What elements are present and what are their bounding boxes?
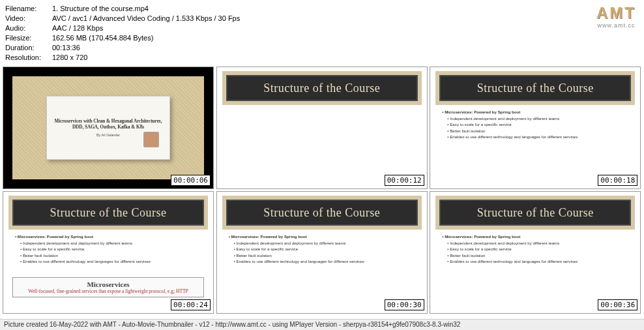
thumbnail-3[interactable]: Structure of the Course Microservices: P… — [430, 67, 641, 189]
bullet-level2: Better fault isolation — [442, 128, 628, 134]
bullet-level2: Easy to scale for a specific service — [442, 246, 628, 252]
slide-header: Structure of the Course — [12, 200, 204, 226]
filename-label: Filename: — [5, 4, 52, 14]
bullet-level2: Better fault isolation — [442, 252, 628, 258]
duration-value: 00:13:36 — [52, 43, 639, 53]
bullet-level2: Independent development and deployment b… — [15, 240, 201, 246]
bullet-level2: Enables to use different technology and … — [442, 258, 628, 264]
timestamp-badge: 00:00:18 — [598, 175, 637, 186]
bullet-level2: Easy to scale for a specific service — [229, 246, 415, 252]
slide-header: Structure of the Course — [226, 75, 418, 101]
bullet-level2: Better fault isolation — [15, 252, 201, 258]
thumbnail-5[interactable]: Structure of the Course Microservices: P… — [216, 191, 428, 314]
bullet-level2: Independent development and deployment b… — [442, 240, 628, 246]
slide-header: Structure of the Course — [439, 200, 631, 226]
slide-body: Microservices: Powered by Spring boot In… — [217, 232, 427, 265]
timestamp-badge: 00:00:30 — [385, 299, 424, 310]
author-avatar — [143, 132, 159, 147]
metadata-panel: Filename:1. Structure of the course.mp4 … — [0, 0, 644, 65]
audio-label: Audio: — [5, 23, 52, 33]
duration-label: Duration: — [5, 43, 52, 53]
slide-header: Structure of the Course — [439, 75, 631, 101]
bullet-level2: Enables to use different technology and … — [229, 258, 415, 264]
plaque-title: Microservices with Clean & Hexagonal Arc… — [52, 119, 164, 131]
timestamp-badge: 00:00:12 — [385, 175, 424, 186]
thumbnail-grid: Microservices with Clean & Hexagonal Arc… — [0, 65, 644, 315]
slide-header: Structure of the Course — [226, 200, 418, 226]
callout-subtitle: Well-focused, fine-grained services that… — [18, 288, 198, 294]
microservices-callout: Microservices Well-focused, fine-grained… — [12, 277, 204, 297]
resolution-label: Resolution: — [5, 53, 52, 63]
bullet-level2: Enables to use different technology and … — [15, 258, 201, 264]
video-value: AVC / avc1 / Advanced Video Coding / 1.5… — [52, 14, 639, 23]
audio-value: AAC / 128 Kbps — [52, 23, 639, 33]
callout-title: Microservices — [18, 280, 198, 288]
bullet-level2: Easy to scale for a specific service — [442, 121, 628, 127]
intro-plaque: Microservices with Clean & Hexagonal Arc… — [46, 96, 170, 160]
bullet-level1: Microservices: Powered by Spring boot — [442, 109, 628, 115]
filename-value: 1. Structure of the course.mp4 — [52, 4, 639, 14]
video-label: Video: — [5, 14, 52, 23]
bullet-level2: Enables to use different technology and … — [442, 134, 628, 140]
plaque-author: By Ali Gelenler — [96, 133, 120, 137]
bullet-level1: Microservices: Powered by Spring boot — [15, 233, 201, 240]
bullet-level2: Independent development and deployment b… — [442, 115, 628, 121]
thumbnail-2[interactable]: Structure of the Course 00:00:12 — [216, 67, 428, 189]
timestamp-badge: 00:00:24 — [171, 299, 211, 310]
slide-body: Microservices: Powered by Spring boot In… — [430, 232, 640, 265]
filesize-value: 162.56 MB (170.454.884 Bytes) — [52, 33, 639, 43]
slide-body: Microservices: Powered by Spring boot In… — [430, 108, 640, 141]
bullet-level2: Independent development and deployment b… — [229, 240, 415, 246]
bullet-level2: Easy to scale for a specific service — [15, 246, 201, 252]
slide-body: Microservices: Powered by Spring boot In… — [3, 232, 213, 265]
timestamp-badge: 00:00:36 — [598, 299, 637, 310]
thumbnail-1[interactable]: Microservices with Clean & Hexagonal Arc… — [3, 67, 214, 189]
logo-url: www.amt.cc — [596, 22, 636, 29]
bullet-level1: Microservices: Powered by Spring boot — [229, 233, 415, 240]
bullet-level1: Microservices: Powered by Spring boot — [442, 233, 628, 240]
filesize-label: Filesize: — [5, 33, 52, 43]
logo-text: AMT — [596, 4, 636, 22]
thumbnail-4[interactable]: Structure of the Course Microservices: P… — [3, 191, 214, 314]
amt-logo: AMT www.amt.cc — [596, 4, 636, 29]
thumbnail-6[interactable]: Structure of the Course Microservices: P… — [430, 191, 641, 314]
resolution-value: 1280 x 720 — [52, 53, 639, 63]
timestamp-badge: 00:00:06 — [171, 175, 211, 186]
footer-credit: Picture created 16-May-2022 with AMT - A… — [0, 319, 644, 330]
bullet-level2: Better fault isolation — [229, 252, 415, 258]
